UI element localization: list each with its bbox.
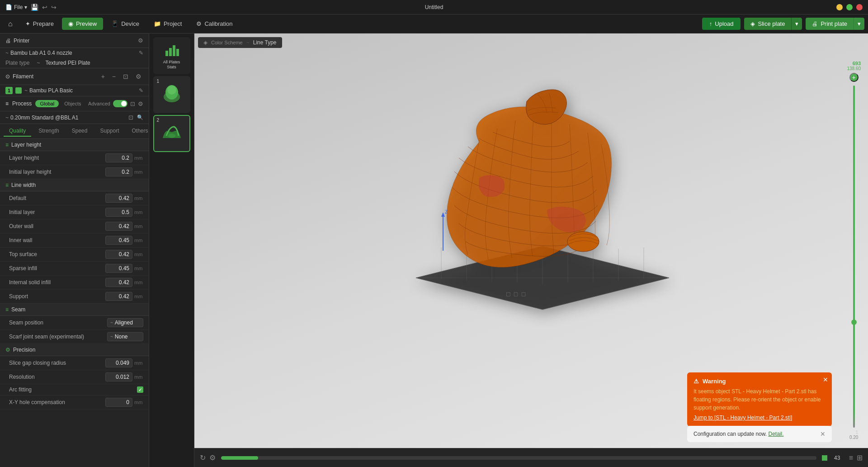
process-settings-button[interactable]: ⚙ — [138, 100, 143, 107]
close-button[interactable] — [856, 4, 863, 10]
arc-fitting-label: Arc fitting — [9, 386, 137, 393]
arc-fitting-checkbox-wrap[interactable]: ✓ — [137, 386, 143, 393]
top-nav: ⌂ ✦ Prepare ◉ Preview 📱 Device 📁 Project… — [0, 14, 868, 33]
process-tab-group: Global Objects — [35, 100, 85, 107]
printer-edit-button[interactable]: ✎ — [139, 50, 143, 56]
preview-button[interactable]: ◉ Preview — [62, 18, 103, 30]
support-input[interactable] — [105, 292, 132, 301]
file-icon: 📄 — [5, 4, 12, 10]
seam-position-dropdown[interactable]: ~ Aligned — [107, 318, 143, 327]
initial-layer-height-input[interactable] — [105, 167, 132, 176]
print-button[interactable]: 🖨 Print plate — [806, 18, 854, 30]
settings-icon-button[interactable]: ⚙ — [209, 453, 216, 462]
plate-1-preview — [158, 81, 185, 108]
warning-notification: ✕ ⚠ Warning It seems object STL - Heavy … — [687, 372, 832, 426]
resolution-input[interactable] — [105, 372, 132, 381]
xy-hole-input[interactable] — [105, 398, 132, 407]
outer-wall-input[interactable] — [105, 222, 132, 231]
profile-search-button[interactable]: 🔍 — [137, 114, 143, 121]
printer-settings-button[interactable]: ⚙ — [138, 37, 143, 44]
viewport[interactable]: ◈ Color Scheme ~ Line Type — [194, 33, 868, 467]
profile-actions: ⊡ 🔍 — [128, 114, 143, 121]
layers-icon-button[interactable]: ≡ — [849, 454, 853, 462]
thumbnail-plate-2[interactable]: 2 — [153, 115, 190, 152]
process-copy-button[interactable]: ⊡ — [130, 100, 135, 107]
tab-others[interactable]: Others — [126, 126, 149, 137]
view-icon-button[interactable]: ⊞ — [857, 453, 863, 462]
filament-controls: + − ⊡ ⚙ — [99, 72, 143, 81]
layer-progress-bar[interactable] — [221, 456, 816, 460]
inner-wall-input[interactable] — [105, 236, 132, 245]
filament-add-button[interactable]: + — [99, 72, 107, 81]
undo-button[interactable]: ↩ — [42, 4, 47, 11]
save-button[interactable]: 💾 — [31, 4, 38, 11]
slice-button[interactable]: ◈ Slice plate — [744, 18, 791, 30]
scarf-joint-dropdown[interactable]: ~ None — [107, 332, 143, 341]
file-menu[interactable]: 📄 Untitled File ▾ — [5, 4, 27, 10]
objects-tab[interactable]: Objects — [60, 100, 85, 107]
upload-button[interactable]: ↑ Upload — [702, 18, 741, 30]
print-dropdown-button[interactable]: ▾ — [854, 18, 864, 30]
initial-layer-row: Initial layer mm — [0, 205, 149, 219]
tab-support[interactable]: Support — [94, 126, 124, 137]
global-tab[interactable]: Global — [35, 100, 59, 107]
window-controls — [836, 4, 863, 10]
precision-group-icon: ⚙ — [5, 347, 10, 353]
advanced-label: Advanced — [88, 101, 110, 106]
quality-tabs: Quality Strength Speed Support Others — [0, 124, 149, 139]
warning-link[interactable]: Jump to [STL - Heavy Helmet - Part 2.stl… — [693, 415, 826, 421]
sparse-infill-input[interactable] — [105, 264, 132, 273]
main-layout: 🖨 Printer ⚙ ~ Bambu Lab A1 0.4 nozzle ✎ … — [0, 33, 868, 467]
filament-remove-button[interactable]: − — [110, 72, 118, 81]
minimize-button[interactable] — [836, 4, 843, 10]
bottom-icons-left: ↻ ⚙ — [200, 453, 216, 462]
scale-plus-button[interactable]: + — [849, 73, 859, 82]
filament-icon: ⊙ — [5, 73, 10, 80]
project-button[interactable]: 📁 Project — [147, 18, 188, 30]
top-surface-value-wrap: mm — [105, 250, 143, 259]
scale-top-value: 693 — [847, 61, 861, 66]
rotate-icon-button[interactable]: ↻ — [200, 453, 206, 462]
advanced-toggle[interactable] — [113, 100, 127, 107]
inner-wall-row: Inner wall mm — [0, 234, 149, 248]
sparse-infill-row: Sparse infill mm — [0, 262, 149, 276]
default-row: Default mm — [0, 191, 149, 205]
layer-height-label: Layer height — [9, 155, 105, 161]
warning-close-button[interactable]: ✕ — [823, 376, 828, 383]
printer-name-row[interactable]: ~ Bambu Lab A1 0.4 nozzle ✎ — [0, 48, 149, 58]
filament-copy-button[interactable]: ⊡ — [121, 72, 130, 81]
internal-solid-infill-row: Internal solid infill mm — [0, 276, 149, 290]
filament-item-1[interactable]: 1 ~ Bambu PLA Basic ✎ — [0, 85, 149, 96]
tab-strength[interactable]: Strength — [33, 126, 64, 137]
initial-layer-input[interactable] — [105, 208, 132, 217]
filament-settings-button[interactable]: ⚙ — [134, 72, 143, 81]
profile-compare-button[interactable]: ⊡ — [128, 114, 133, 121]
support-label: Support — [9, 293, 105, 300]
tab-speed[interactable]: Speed — [66, 126, 93, 137]
filament-item-edit[interactable]: ✎ — [139, 87, 143, 94]
slice-dropdown-button[interactable]: ▾ — [791, 18, 802, 30]
thumbnail-all-plates[interactable]: All PlatesStats — [153, 37, 190, 74]
prepare-button[interactable]: ✦ Prepare — [19, 18, 60, 30]
device-button[interactable]: 📱 Device — [105, 18, 146, 30]
thumbnail-plate-1[interactable]: 1 — [153, 76, 190, 113]
calibration-button[interactable]: ⚙ Calibration — [190, 18, 239, 30]
scale-line — [853, 86, 855, 428]
internal-solid-infill-input[interactable] — [105, 278, 132, 287]
config-close-button[interactable]: ✕ — [820, 430, 826, 438]
redo-button[interactable]: ↪ — [51, 4, 57, 11]
arc-fitting-checkbox[interactable]: ✓ — [137, 386, 143, 393]
bottom-bar: ↻ ⚙ 43 ≡ ⊞ — [194, 448, 868, 467]
slice-chevron-icon: ▾ — [795, 20, 798, 27]
top-surface-input[interactable] — [105, 250, 132, 259]
config-detail-link[interactable]: Detail. — [768, 431, 783, 437]
maximize-button[interactable] — [846, 4, 853, 10]
seam-group-icon: ≡ — [5, 306, 9, 313]
scale-bottom: 1 0.20 — [849, 429, 858, 440]
scale-slider-handle[interactable] — [851, 319, 857, 325]
default-input[interactable] — [105, 194, 132, 203]
home-button[interactable]: ⌂ — [4, 17, 17, 31]
tab-quality[interactable]: Quality — [4, 126, 31, 137]
layer-height-input[interactable] — [105, 153, 132, 162]
slice-gap-input[interactable] — [105, 358, 132, 367]
